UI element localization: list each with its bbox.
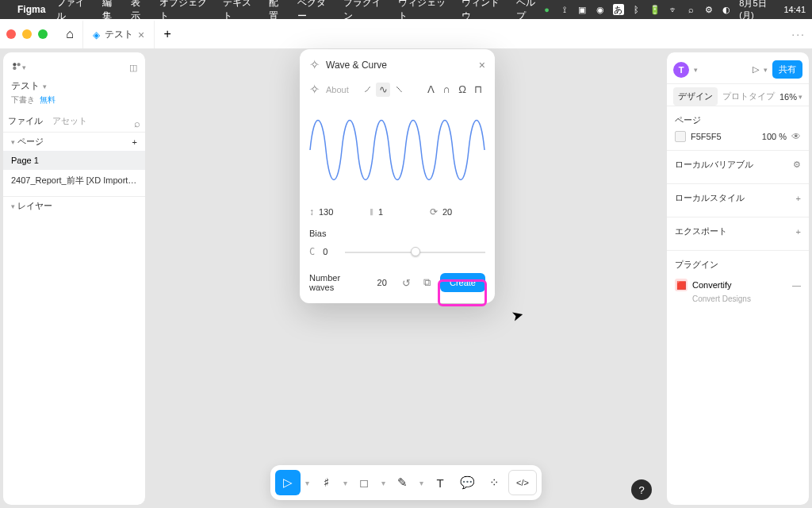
chevron-down-icon[interactable]: ▾ [694,66,698,74]
file-tab[interactable]: ◈ テスト × [82,20,155,48]
home-button[interactable]: ⌂ [57,21,82,47]
remove-plugin-icon[interactable]: — [792,280,801,290]
bluetooth-icon[interactable]: ᛒ [632,4,642,15]
avatar[interactable]: T [673,62,689,78]
control-center-icon[interactable]: ⚙ [704,4,714,15]
canvas[interactable]: ✧ Wave & Curve × ✧ About ⟋ ∿ ⟍ Ʌ ∩ Ω ⊓ [149,49,663,508]
ime-icon[interactable]: あ [613,4,624,15]
visibility-icon[interactable]: 👁 [791,131,801,142]
background-color-row[interactable]: F5F5F5 100 % 👁 [675,131,801,142]
about-link[interactable]: About [326,85,354,94]
overflow-menu[interactable]: ··· [791,28,806,40]
style-round[interactable]: ∩ [439,83,454,97]
chevron-down-icon[interactable]: ▾ [22,64,26,71]
rectangle-tool[interactable]: □ [351,470,377,495]
tab-file[interactable]: ファイル [8,115,43,132]
plugin-title: Wave & Curve [326,60,473,71]
new-tab-button[interactable]: + [155,21,180,47]
local-variables-section[interactable]: ローカルバリアブル⚙ [667,151,809,184]
settings-icon[interactable]: ⚙ [793,160,801,170]
panel-toggle-icon[interactable]: ◫ [129,63,137,73]
page-section: ページ F5F5F5 100 % 👁 [667,106,809,151]
style-loop[interactable]: Ω [455,83,469,97]
bias-c-label: C [309,246,315,257]
frame-tool[interactable]: ♯ [313,470,339,495]
play-icon[interactable]: ▷ [753,64,759,75]
reset-icon[interactable]: ↺ [400,277,414,289]
chevron-down-icon[interactable]: ▾ [764,66,768,74]
layers-section-header[interactable]: ▾ レイヤー [3,197,145,215]
line-icon[interactable]: ● [542,4,551,15]
search-icon[interactable]: ⌕ [134,117,140,129]
plugin-panel: ✧ Wave & Curve × ✧ About ⟋ ∿ ⟍ Ʌ ∩ Ω ⊓ [300,49,495,303]
number-waves-value[interactable]: 20 [377,278,387,287]
tab-design[interactable]: デザイン [673,87,718,106]
style-sharp[interactable]: Ʌ [423,83,438,97]
plus-icon: + [164,27,171,41]
close-icon[interactable]: × [479,59,485,71]
zoom-control[interactable]: 16%▾ [779,92,802,102]
help-button[interactable]: ? [631,479,652,500]
box-icon[interactable]: ▣ [577,4,587,15]
count-icon: ⦀ [370,206,373,217]
minimize-window[interactable] [22,29,32,39]
shape-arc[interactable]: ⟍ [392,83,406,97]
number-waves-label: Number waves [309,273,366,292]
left-sidebar: ▾ ◫ テスト▾ 下書き 無料 ファイル アセット ⌕ ▾ ページ + Page… [3,52,146,505]
plugin-menu-icon[interactable]: ✧ [309,82,320,97]
dev-mode-tool[interactable]: </> [508,470,537,495]
param-length[interactable]: ↕130 [309,206,365,217]
shape-line[interactable]: ⟋ [360,83,374,97]
color-opacity[interactable]: 100 % [762,132,787,141]
siri-icon[interactable]: ◐ [722,4,731,15]
project-name[interactable]: テスト▾ [3,79,145,94]
menubar-date[interactable]: 8月5日(月) [739,0,776,21]
svg-rect-2 [13,67,16,70]
param-count[interactable]: ⦀1 [370,206,425,217]
text-tool[interactable]: T [427,470,453,495]
app-name[interactable]: Figma [17,4,45,15]
actions-tool[interactable]: ⁘ [481,470,507,495]
add-icon[interactable]: + [796,227,801,237]
draft-label: 下書き [11,95,35,104]
plugin-list-item[interactable]: 🟥 Convertify — [675,275,801,294]
frame-item[interactable]: 2407_Report_前半 [XD Import] (30-Ju... [3,170,145,191]
bias-slider[interactable] [345,244,485,259]
local-styles-section[interactable]: ローカルスタイル+ [667,184,809,217]
shape-sine[interactable]: ∿ [376,83,390,97]
plugin-subtitle: Convert Designs [675,294,801,303]
pen-tool[interactable]: ✎ [389,470,415,495]
color-hex[interactable]: F5F5F5 [691,132,757,141]
panel-footer: Number waves 20 ↺ ⧉ Create [300,262,495,292]
tray-icon[interactable]: ⟟ [560,4,569,15]
export-section[interactable]: エクスポート+ [667,217,809,251]
style-square[interactable]: ⊓ [471,83,485,97]
plugin-section: プラグイン 🟥 Convertify — Convert Designs [667,251,809,311]
tab-prototype[interactable]: プロトタイプ [718,87,779,106]
slider-thumb[interactable] [411,247,420,256]
share-button[interactable]: 共有 [772,60,802,79]
search-icon[interactable]: ⌕ [686,4,695,15]
bottom-toolbar: ▷ ▾ ♯ ▾ □ ▾ ✎ ▾ T 💬 ⁘ </> [270,465,542,500]
param-amplitude[interactable]: ⟳20 [430,206,485,217]
color-swatch[interactable] [675,131,686,142]
close-window[interactable] [6,29,16,39]
page-item[interactable]: Page 1 [3,151,145,170]
figma-logo-icon[interactable] [11,62,22,73]
close-tab-icon[interactable]: × [138,29,144,41]
create-button[interactable]: Create [440,273,485,292]
maximize-window[interactable] [38,29,48,39]
comment-tool[interactable]: 💬 [454,470,480,495]
window-controls[interactable] [6,29,48,39]
copy-icon[interactable]: ⧉ [419,276,434,289]
record-icon[interactable]: ◉ [595,4,604,15]
menubar-time[interactable]: 14:41 [784,5,806,14]
battery-icon[interactable]: 🔋 [649,4,661,15]
move-tool[interactable]: ▷ [275,470,301,495]
tab-assets[interactable]: アセット [52,115,87,132]
add-page-icon[interactable]: + [132,137,137,147]
pages-section-header[interactable]: ▾ ページ + [3,133,145,151]
wifi-icon[interactable]: ᯤ [668,4,678,15]
add-icon[interactable]: + [796,194,801,203]
plan-badge[interactable]: 無料 [40,95,56,104]
